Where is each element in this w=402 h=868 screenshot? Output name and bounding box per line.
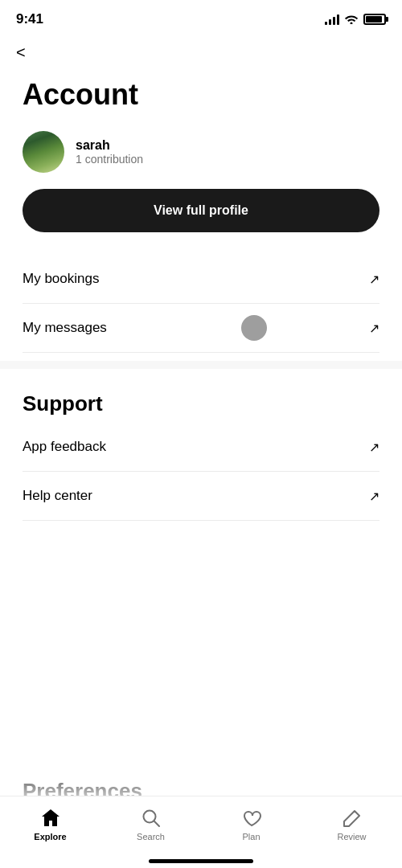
status-bar: 9:41: [0, 0, 402, 35]
signal-icon: [325, 14, 339, 25]
home-icon: [40, 808, 61, 829]
profile-name: sarah: [76, 138, 143, 153]
bottom-nav: Explore Search Plan Review: [0, 796, 402, 868]
my-messages-label: My messages: [23, 320, 107, 336]
back-button[interactable]: <: [0, 35, 402, 70]
avatar: [23, 131, 64, 173]
section-divider: [0, 361, 402, 369]
profile-section: sarah 1 contribution: [23, 131, 379, 173]
view-full-profile-button[interactable]: View full profile: [23, 189, 379, 232]
help-center-item[interactable]: Help center ↗: [23, 472, 379, 521]
app-feedback-item[interactable]: App feedback ↗: [23, 423, 379, 472]
battery-icon: [363, 14, 386, 25]
svg-line-1: [154, 821, 158, 826]
wifi-icon: [344, 13, 359, 27]
profile-info: sarah 1 contribution: [76, 138, 143, 166]
home-indicator: [149, 859, 253, 863]
my-messages-item[interactable]: My messages ↗: [23, 304, 379, 353]
messages-indicator: [241, 315, 267, 341]
external-link-icon: ↗: [369, 272, 379, 287]
external-link-icon-3: ↗: [369, 440, 379, 455]
external-link-icon-4: ↗: [369, 489, 379, 504]
main-content: Account sarah 1 contribution View full p…: [0, 78, 402, 353]
status-time: 9:41: [16, 11, 43, 27]
nav-label-search: Search: [137, 832, 165, 841]
back-arrow-icon: <: [16, 43, 26, 61]
my-bookings-item[interactable]: My bookings ↗: [23, 255, 379, 304]
nav-label-review: Review: [337, 832, 366, 841]
help-center-label: Help center: [23, 488, 92, 504]
nav-item-search[interactable]: Search: [100, 805, 201, 841]
my-bookings-label: My bookings: [23, 271, 99, 287]
profile-contributions: 1 contribution: [76, 153, 143, 166]
edit-icon: [342, 808, 363, 829]
nav-item-plan[interactable]: Plan: [201, 805, 302, 841]
search-icon: [141, 808, 162, 829]
page-title: Account: [23, 78, 379, 112]
support-section: Support App feedback ↗ Help center ↗: [0, 391, 402, 521]
app-feedback-label: App feedback: [23, 439, 106, 455]
external-link-icon-2: ↗: [369, 321, 379, 336]
nav-item-explore[interactable]: Explore: [0, 805, 100, 841]
status-icons: [325, 13, 386, 27]
support-title: Support: [23, 391, 379, 416]
nav-item-review[interactable]: Review: [302, 805, 402, 841]
nav-label-plan: Plan: [242, 832, 260, 841]
heart-icon: [241, 808, 262, 829]
nav-label-explore: Explore: [34, 832, 66, 841]
